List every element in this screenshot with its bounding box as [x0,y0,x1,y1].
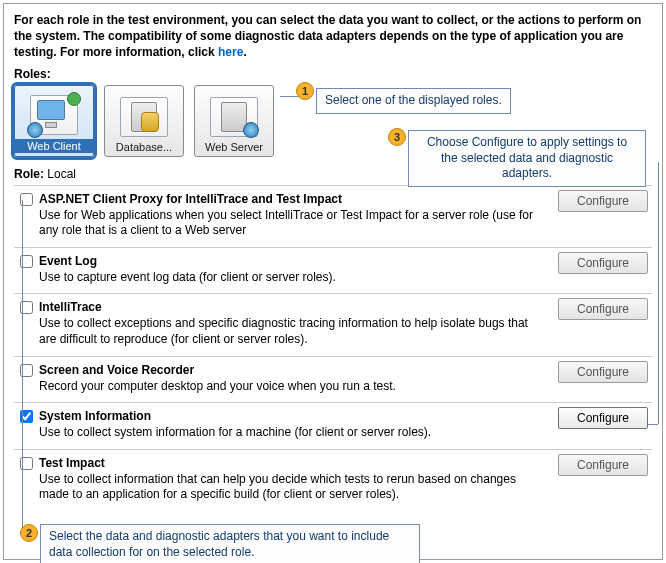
callout-3: Choose Configure to apply settings to th… [408,130,646,187]
adapter-title: Event Log [39,254,97,268]
adapter-desc: Use to capture event log data (for clien… [39,270,542,286]
callout-connector [22,200,23,534]
adapter-title: ASP.NET Client Proxy for IntelliTrace an… [39,192,342,206]
intro-after: . [243,45,246,59]
intro-help-link[interactable]: here [218,45,243,59]
adapter-test-impact: Test Impact Use to collect information t… [14,449,652,511]
adapter-title: Test Impact [39,456,105,470]
adapter-aspnet-proxy: ASP.NET Client Proxy for IntelliTrace an… [14,185,652,247]
callout-number: 2 [20,524,38,542]
intro-before: For each role in the test environment, y… [14,13,641,59]
configure-button[interactable]: Configure [558,454,648,476]
monitor-icon [30,95,78,135]
role-tile-database[interactable]: Database... [104,85,184,157]
intro-text: For each role in the test environment, y… [14,12,652,61]
adapter-desc: Use to collect information that can help… [39,472,542,503]
role-tile-web-server[interactable]: Web Server [194,85,274,157]
adapter-title: System Information [39,409,151,423]
role-value: Local [47,167,76,181]
role-label: Web Client [15,139,93,153]
configure-button[interactable]: Configure [558,298,648,320]
configure-button[interactable]: Configure [558,252,648,274]
database-icon [120,97,168,137]
adapter-event-log: Event Log Use to capture event log data … [14,247,652,294]
callout-number: 3 [388,128,406,146]
roles-label: Roles: [14,67,652,81]
adapter-intellitrace: IntelliTrace Use to collect exceptions a… [14,293,652,355]
adapter-list: ASP.NET Client Proxy for IntelliTrace an… [14,185,652,541]
adapter-title: IntelliTrace [39,300,102,314]
adapter-desc: Use to collect exceptions and specific d… [39,316,542,347]
adapter-system-info: System Information Use to collect system… [14,402,652,449]
role-prefix: Role: [14,167,47,181]
role-tile-web-client[interactable]: Web Client [14,85,94,157]
callout-connector [658,162,659,424]
configure-button[interactable]: Configure [558,361,648,383]
callout-2: Select the data and diagnostic adapters … [40,524,420,563]
role-label: Database... [116,141,172,153]
adapter-desc: Use to collect system information for a … [39,425,542,441]
adapter-title: Screen and Voice Recorder [39,363,194,377]
configure-button[interactable]: Configure [558,190,648,212]
role-label: Web Server [205,141,263,153]
configure-button[interactable]: Configure [558,407,648,429]
adapter-desc: Record your computer desktop and your vo… [39,379,542,395]
server-icon [210,97,258,137]
adapter-screen-voice: Screen and Voice Recorder Record your co… [14,356,652,403]
callout-number: 1 [296,82,314,100]
adapter-desc: Use for Web applications when you select… [39,208,542,239]
settings-panel: For each role in the test environment, y… [3,3,663,560]
callout-1: Select one of the displayed roles. [316,88,511,114]
callout-connector [648,424,658,425]
